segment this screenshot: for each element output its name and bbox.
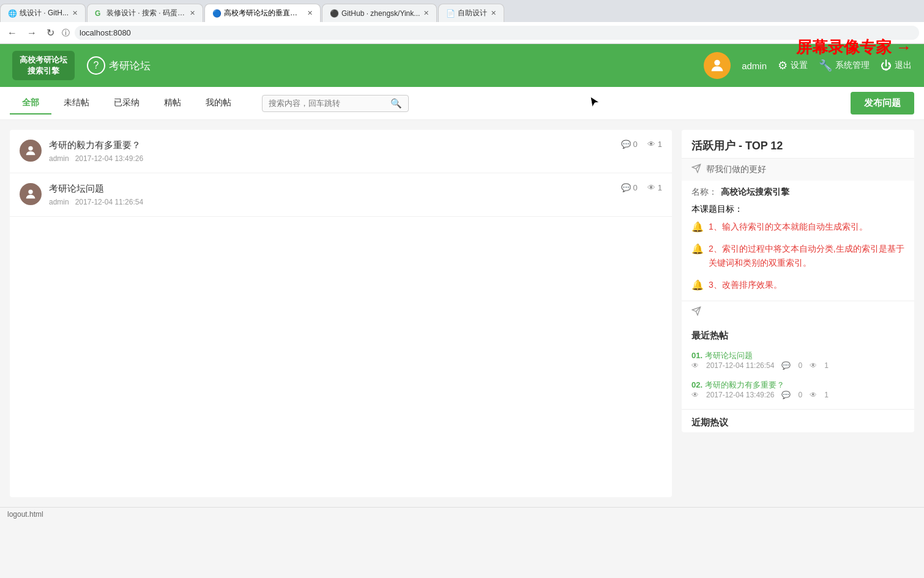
view-stat-1: 👁 1 <box>647 140 662 149</box>
tab-label-2: 装修设计 · 搜索 · 码蛋 G... <box>106 8 186 18</box>
address-bar[interactable] <box>75 26 919 40</box>
send-icon-1 <box>691 163 701 176</box>
goal-label: 本课题目标： <box>682 201 914 220</box>
hot-date-1: 2017-12-04 11:26:54 <box>706 361 774 370</box>
active-users-title: 活跃用户 - TOP 12 <box>682 130 914 158</box>
post-avatar-1 <box>20 140 42 162</box>
app-header: 高校考研论坛 搜索引擎 ? 考研论坛 admin ⚙ 设置 🔧 系统管理 ⏻ 退 <box>0 44 924 87</box>
hot-comments-2: 0 <box>798 391 802 399</box>
hot-title-1[interactable]: 考研论坛问题 <box>705 350 753 361</box>
tab-favicon-2: G <box>95 9 103 18</box>
tab-open[interactable]: 未结帖 <box>51 92 102 114</box>
bottom-bar: logout.html <box>0 507 924 521</box>
security-icon: ⓘ <box>62 28 70 39</box>
post-button[interactable]: 发布问题 <box>851 92 914 114</box>
sidebar: 活跃用户 - TOP 12 帮我们做的更好 名称： 高校论坛搜索引擎 本课题目标… <box>682 130 914 497</box>
browser-tab-3[interactable]: 🔵 高校考研论坛的垂直搜索... ✕ <box>204 4 321 22</box>
comment-count-2: 0 <box>633 183 638 192</box>
post-list: 考研的毅力有多重要？ admin 2017-12-04 13:49:26 💬 0… <box>10 130 672 497</box>
table-row: 考研的毅力有多重要？ admin 2017-12-04 13:49:26 💬 0… <box>10 130 672 173</box>
name-label: 名称： <box>691 187 717 198</box>
goal-text-2: 2、索引的过程中将文本自动分类,生成的索引是基于关键词和类别的双重索引。 <box>709 242 904 269</box>
tab-adopted[interactable]: 已采纳 <box>102 92 152 114</box>
tab-close-5[interactable]: ✕ <box>491 9 496 17</box>
comment-stat-2: 💬 0 <box>621 183 638 192</box>
svg-point-1 <box>28 146 32 151</box>
goal-item-3: 🔔 3、改善排序效果。 <box>682 278 914 291</box>
post-meta-2: admin 2017-12-04 11:26:54 <box>49 198 614 206</box>
tab-label-5: 自助设计 <box>458 8 487 18</box>
logo-block[interactable]: 高校考研论坛 搜索引擎 <box>12 51 75 80</box>
browser-tab-5[interactable]: 📄 自助设计 ✕ <box>438 4 504 22</box>
hot-section-title: 最近热帖 <box>682 323 914 345</box>
browser-addressbar: ← → ↻ ⓘ <box>0 22 924 44</box>
browser-tab-4[interactable]: ⚫ GitHub · zhengsk/Yink... ✕ <box>322 4 437 22</box>
post-avatar-2 <box>20 183 42 205</box>
nav-forum-label: 考研论坛 <box>109 59 151 73</box>
post-stats-1: 💬 0 👁 1 <box>621 140 662 149</box>
post-content-2: 考研论坛问题 admin 2017-12-04 11:26:54 <box>49 183 614 206</box>
hot-comment-icon-2: 💬 <box>781 391 791 399</box>
tab-label-1: 线设计 · GitH... <box>20 8 69 18</box>
hot-num-2: 02. <box>691 380 702 389</box>
send-icon-2 <box>691 306 701 318</box>
comment-count-1: 0 <box>633 140 638 149</box>
post-date-1: 2017-12-04 13:49:26 <box>75 154 143 163</box>
goal-text-3: 3、改善排序效果。 <box>709 278 782 291</box>
tab-mine[interactable]: 我的帖 <box>193 92 244 114</box>
reload-button[interactable]: ↻ <box>44 26 57 40</box>
post-meta-1: admin 2017-12-04 13:49:26 <box>49 154 614 163</box>
search-input[interactable] <box>269 99 390 108</box>
hot-title-2[interactable]: 考研的毅力有多重要？ <box>705 380 784 391</box>
sysmanage-button[interactable]: 🔧 系统管理 <box>819 59 870 72</box>
goal-icon-1: 🔔 <box>691 221 704 233</box>
forward-button[interactable]: → <box>24 26 39 40</box>
svg-point-2 <box>28 190 32 194</box>
post-content-1: 考研的毅力有多重要？ admin 2017-12-04 13:49:26 <box>49 140 614 163</box>
bottom-text: logout.html <box>7 510 43 519</box>
tab-close-3[interactable]: ✕ <box>307 9 313 17</box>
post-author-1: admin <box>49 154 69 163</box>
tab-close-1[interactable]: ✕ <box>72 9 78 17</box>
hot-meta-2: 👁 2017-12-04 13:49:26 💬 0 👁 1 <box>691 391 904 399</box>
logo-line1: 高校考研论坛 <box>20 54 67 66</box>
svg-point-0 <box>714 60 720 66</box>
comment-stat-1: 💬 0 <box>621 140 638 149</box>
sysmanage-icon: 🔧 <box>819 59 832 72</box>
avatar <box>704 52 731 79</box>
hot-meta-1: 👁 2017-12-04 11:26:54 💬 0 👁 1 <box>691 361 904 370</box>
tab-close-4[interactable]: ✕ <box>423 9 429 17</box>
goal-icon-2: 🔔 <box>691 243 704 255</box>
post-stats-2: 💬 0 👁 1 <box>621 183 662 192</box>
post-title-2[interactable]: 考研论坛问题 <box>49 183 614 195</box>
comment-icon-2: 💬 <box>621 183 631 192</box>
hot-comments-1: 0 <box>798 361 802 370</box>
hot-num-1: 01. <box>691 351 702 360</box>
tab-close-2[interactable]: ✕ <box>190 9 195 17</box>
hot-views-1: 1 <box>824 361 829 370</box>
recent-section-title: 近期热议 <box>682 409 914 432</box>
hot-views-2: 1 <box>824 391 829 399</box>
post-title-1[interactable]: 考研的毅力有多重要？ <box>49 140 614 151</box>
settings-icon: ⚙ <box>778 59 788 72</box>
view-stat-2: 👁 1 <box>647 183 662 192</box>
settings-button[interactable]: ⚙ 设置 <box>778 59 808 72</box>
name-row: 名称： 高校论坛搜索引擎 <box>682 187 914 198</box>
post-date-2: 2017-12-04 11:26:54 <box>75 198 143 206</box>
view-count-2: 1 <box>658 183 662 192</box>
hot-view-icon-2b: 👁 <box>810 391 817 399</box>
logo-line2: 搜索引擎 <box>28 66 59 77</box>
tab-featured[interactable]: 精帖 <box>152 92 193 114</box>
browser-tab-2[interactable]: G 装修设计 · 搜索 · 码蛋 G... ✕ <box>87 4 203 22</box>
tab-all[interactable]: 全部 <box>10 92 51 114</box>
back-button[interactable]: ← <box>5 26 20 40</box>
tab-favicon-5: 📄 <box>446 9 455 18</box>
tab-label-3: 高校考研论坛的垂直搜索... <box>224 8 304 18</box>
view-icon-2: 👁 <box>647 183 655 192</box>
comment-icon-1: 💬 <box>621 140 631 149</box>
search-box[interactable]: 🔍 <box>262 95 409 112</box>
browser-tab-1[interactable]: 🌐 线设计 · GitH... ✕ <box>0 4 86 22</box>
nav-forum[interactable]: ? 考研论坛 <box>87 56 151 75</box>
logout-button[interactable]: ⏻ 退出 <box>881 59 912 72</box>
hot-post-2: 02. 考研的毅力有多重要？ 👁 2017-12-04 13:49:26 💬 0… <box>682 375 914 404</box>
